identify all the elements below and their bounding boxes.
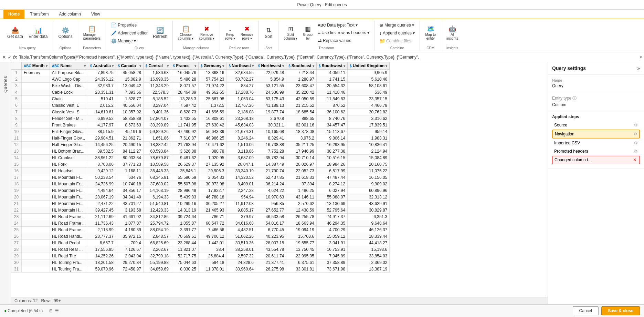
col-header-united-kingdom[interactable]: $ United Kingdom ▾ bbox=[348, 62, 390, 70]
data-table-wrap[interactable]: ABC Month ▾ ABC Name ▾ bbox=[11, 62, 548, 297]
data-type-button[interactable]: ABC Data type: Text ▾ bbox=[316, 22, 371, 29]
table-row: 24HL Road Frame ...11,736.431,077.0725,7… bbox=[11, 220, 390, 227]
table-cell: 15,703.6 bbox=[286, 233, 317, 240]
remove-columns-button[interactable]: ✖ Removecolumns ▾ bbox=[197, 24, 217, 42]
table-cell: 21,377.41 bbox=[256, 259, 286, 266]
tab-add-column[interactable]: Add column bbox=[54, 10, 86, 19]
table-cell: 28,007.15 bbox=[256, 240, 286, 246]
table-cell: 10,836.41 bbox=[348, 142, 390, 148]
map-to-entity-button[interactable]: 🗺️ Map toentity bbox=[423, 24, 438, 42]
table-cell: 34,812.86 bbox=[143, 214, 171, 220]
step-item[interactable]: Navigation⚙ bbox=[552, 130, 640, 139]
save-close-button[interactable]: Save & close bbox=[601, 306, 640, 315]
col-header-northeast[interactable]: $ Northeast ▾ bbox=[226, 62, 256, 70]
table-cell: 7,218.44 bbox=[286, 70, 317, 76]
table-cell: HL Road Pedal bbox=[50, 240, 88, 246]
name-value[interactable]: Query bbox=[552, 83, 640, 88]
table-cell: 30,021.1 bbox=[256, 122, 286, 129]
use-first-row-button[interactable]: ≡ Use first row as headers ▾ bbox=[316, 29, 371, 37]
formula-fx-icon: fx bbox=[13, 54, 17, 60]
table-cell: 1,372.5 bbox=[198, 102, 226, 109]
formula-close-icon[interactable]: ✕ bbox=[2, 54, 6, 60]
col-header-germany[interactable]: $ Germany ▾ bbox=[198, 62, 226, 70]
table-cell: 25,794.72 bbox=[143, 220, 171, 227]
grid-view-icon[interactable]: ⊞ bbox=[49, 308, 53, 313]
step-gear-icon[interactable]: ⚙ bbox=[633, 132, 637, 136]
table-cell: 53,121.55 bbox=[256, 83, 286, 89]
group-by-button[interactable]: ▦ Groupby bbox=[300, 24, 315, 42]
table-cell: 18,339.44 bbox=[348, 233, 390, 240]
table-cell: 11,075.22 bbox=[348, 168, 390, 174]
formula-text: Table.TransformColumnTypes(#"Promoted he… bbox=[19, 55, 419, 60]
manage-icon: ⚙️ bbox=[111, 38, 117, 44]
table-cell: 379.97 bbox=[226, 214, 256, 220]
table-cell: 1,055.87 bbox=[171, 220, 198, 227]
table-cell: Cable Lock bbox=[50, 89, 88, 96]
split-column-button[interactable]: ⊞ Splitcolumn ▾ bbox=[281, 24, 300, 42]
tab-home[interactable]: Home bbox=[3, 10, 24, 19]
append-queries-button[interactable]: ↓ Append queries ▾ bbox=[377, 29, 417, 37]
col-header-month[interactable]: ABC Month ▾ bbox=[22, 62, 50, 70]
col-header-france[interactable]: $ France ▾ bbox=[171, 62, 198, 70]
table-cell: 4,624.22 bbox=[256, 187, 286, 194]
merge-queries-button[interactable]: ⊕ Merge queries ▾ bbox=[377, 21, 417, 29]
table-cell: 22,052.73 bbox=[286, 168, 317, 174]
sort-button[interactable]: ⇅ Sort bbox=[262, 26, 275, 40]
refresh-button[interactable]: 🔄 Refresh bbox=[150, 26, 170, 40]
table-cell bbox=[22, 161, 50, 168]
table-cell: 1,741.15 bbox=[316, 76, 347, 83]
ai-insights-button[interactable]: 🤖 AIinsights bbox=[444, 24, 461, 42]
step-delete-icon[interactable]: ✕ bbox=[633, 157, 636, 162]
remove-rows-button[interactable]: ✖ Removerows ▾ bbox=[238, 24, 256, 42]
tab-view[interactable]: View bbox=[86, 10, 105, 19]
get-data-button[interactable]: 📥 Get data bbox=[5, 26, 25, 40]
manage-parameters-button[interactable]: 📋 Manageparameters bbox=[81, 24, 103, 42]
keep-rows-button[interactable]: ↓ Keeprows ▾ bbox=[223, 24, 237, 42]
options-button[interactable]: ⚙️ Options bbox=[56, 26, 75, 40]
col-header-name[interactable]: ABC Name ▾ bbox=[50, 62, 88, 70]
col-header-southeast[interactable]: $ Southeast ▾ bbox=[286, 62, 317, 70]
step-item[interactable]: Imported CSV⚙ bbox=[552, 139, 640, 147]
step-item[interactable]: Source⚙ bbox=[552, 121, 640, 129]
table-cell: 2,043.04 bbox=[116, 253, 143, 259]
choose-columns-button[interactable]: 📋 Choosecolumns ▾ bbox=[176, 24, 196, 42]
col-header-southwest[interactable]: $ Southwest ▾ bbox=[316, 62, 347, 70]
table-cell: 8,740.76 bbox=[316, 115, 347, 122]
enter-data-button[interactable]: 📊 Enter data bbox=[26, 26, 50, 40]
cancel-button[interactable]: Cancel bbox=[573, 306, 599, 315]
data-area: ABC Month ▾ ABC Name ▾ bbox=[11, 62, 548, 304]
table-row: 4Cable Lock23,351.317,393.5622,578.328,4… bbox=[11, 89, 390, 96]
formula-expand-icon[interactable]: ▾ bbox=[640, 55, 642, 60]
col-header-central[interactable]: $ Central ▾ bbox=[143, 62, 171, 70]
col-header-canada[interactable]: $ Canada ▾ bbox=[116, 62, 143, 70]
table-row: 14HL Crankset38,961.2280,933.8478,679.87… bbox=[11, 155, 390, 161]
table-cell bbox=[22, 83, 50, 89]
col-header-northwest[interactable]: $ Northwest ▾ bbox=[256, 62, 286, 70]
table-cell bbox=[22, 174, 50, 181]
properties-button[interactable]: 📄 Properties bbox=[109, 21, 150, 29]
list-view-icon[interactable]: ☰ bbox=[55, 308, 59, 313]
table-cell: 21,215.52 bbox=[286, 102, 317, 109]
combine-files-button[interactable]: 📁 Combine files bbox=[377, 37, 417, 45]
table-cell: HL Road Frame ... bbox=[50, 214, 88, 220]
settings-collapse-icon[interactable]: » bbox=[637, 65, 640, 71]
entity-type-value: Custom bbox=[552, 102, 640, 107]
table-row: 23HL Road Frame ...21,112.6941,661.9234,… bbox=[11, 214, 390, 220]
step-gear-icon[interactable]: ⚙ bbox=[634, 149, 638, 154]
table-cell: All-Purpose Bik... bbox=[50, 70, 88, 76]
map-to-entity-icon: 🗺️ bbox=[427, 26, 434, 32]
step-gear-icon[interactable]: ⚙ bbox=[634, 141, 638, 145]
table-cell: HL Touring Fra... bbox=[50, 266, 88, 273]
step-item[interactable]: Changed column t...✕ bbox=[552, 156, 640, 164]
table-cell: 21,112.69 bbox=[88, 214, 116, 220]
table-cell: 13,285.3 bbox=[171, 96, 198, 102]
replace-values-button[interactable]: ⇄ Replace values bbox=[316, 37, 371, 44]
advanced-editor-button[interactable]: 🖊️ Advanced editor bbox=[109, 29, 150, 37]
formula-check-icon[interactable]: ✓ bbox=[8, 54, 12, 60]
tab-transform[interactable]: Transform bbox=[25, 10, 53, 19]
step-gear-icon[interactable]: ⚙ bbox=[634, 123, 638, 127]
table-row: 6Classic Vest, L2,015.240,556.043,297.04… bbox=[11, 102, 390, 109]
manage-button[interactable]: ⚙️ Manage ▾ bbox=[109, 37, 150, 45]
step-item[interactable]: Promoted headers⚙ bbox=[552, 147, 640, 155]
col-header-australia[interactable]: $ Australia ▾ bbox=[88, 62, 116, 70]
